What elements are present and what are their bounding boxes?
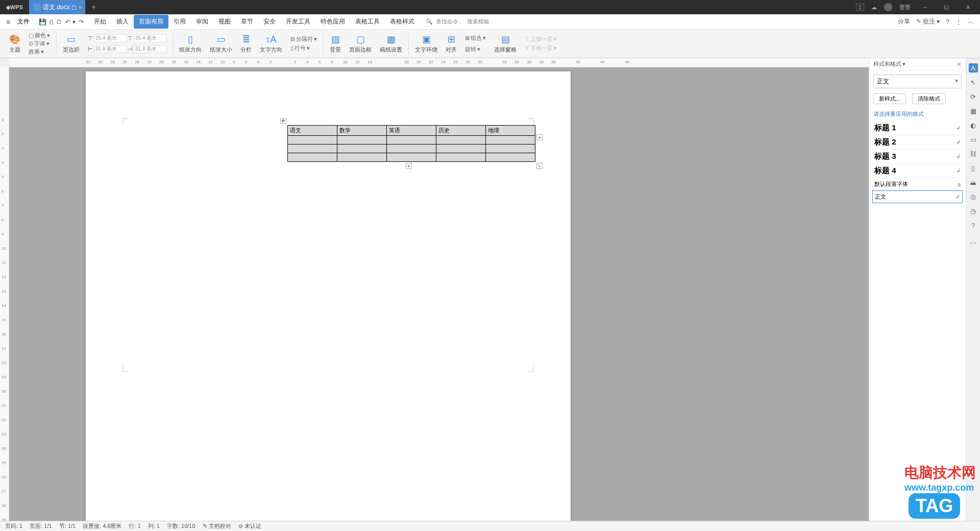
background-button[interactable]: ▨背景 [330, 34, 341, 54]
status-pages[interactable]: 页面: 1/1 [30, 522, 52, 530]
style-item[interactable]: 正文↲ [872, 190, 963, 203]
margin-left[interactable]: ⊢ ⊣ [88, 44, 166, 54]
columns-button[interactable]: ≣分栏 [240, 34, 252, 54]
more-side-icon[interactable]: ⋯ [969, 238, 978, 247]
table-cell[interactable]: 地理 [486, 126, 535, 136]
tab-opt-icon[interactable]: ◻ [71, 4, 77, 11]
horizontal-ruler[interactable]: 3230282624222018161412108642246810121418… [9, 58, 980, 67]
table-row[interactable] [288, 136, 535, 144]
table-cell[interactable] [486, 136, 535, 144]
table-cell[interactable]: 英语 [387, 126, 436, 136]
image-side-icon[interactable]: ⛰ [969, 178, 978, 187]
table-resize-handle[interactable]: ⤡ [536, 163, 543, 169]
layout-side-icon[interactable]: ▦ [969, 106, 978, 115]
ribbon-tab-5[interactable]: 视图 [213, 15, 236, 29]
clipboard-side-icon[interactable]: ▭ [969, 135, 978, 144]
annotate-button[interactable]: ✎ 批注 ▾ [916, 17, 940, 26]
table-cell[interactable]: 语文 [288, 126, 337, 136]
styles-side-icon[interactable]: A [969, 63, 978, 73]
table-cell[interactable] [337, 153, 387, 162]
theme-button[interactable]: 🎨主题 [9, 34, 20, 54]
table-cell[interactable] [288, 136, 337, 144]
margin-top-input[interactable] [94, 34, 127, 42]
badge[interactable]: 1 [856, 4, 864, 11]
panel-close-button[interactable]: ✕ [957, 61, 962, 68]
orientation-button[interactable]: ▯纸张方向 [179, 34, 202, 54]
style-item[interactable]: 标题 1↲ [872, 121, 963, 135]
vertical-ruler[interactable]: 1234567891011121314151617181920212223242… [0, 67, 9, 521]
doc-side-icon[interactable]: ▯ [969, 163, 978, 173]
effect-button[interactable]: 效果 ▾ [29, 47, 44, 56]
share-button[interactable]: 分享 [898, 17, 910, 26]
font-button[interactable]: ⊙ 字体 ▾ [29, 40, 50, 48]
style-item[interactable]: 默认段落字体a [872, 178, 963, 190]
new-tab-button[interactable]: + [85, 3, 102, 12]
clear-format-button[interactable]: 清除格式 [912, 93, 946, 104]
file-menu[interactable]: 文件 [13, 17, 34, 26]
grid-button[interactable]: ▦稿纸设置 [380, 34, 402, 54]
style-item[interactable]: 标题 4↲ [872, 164, 963, 178]
new-style-button[interactable]: 新样式... [873, 93, 906, 104]
undo-icon[interactable]: ↶ ▾ [65, 18, 75, 26]
ribbon-tab-6[interactable]: 章节 [236, 15, 258, 29]
refresh-side-icon[interactable]: ⟳ [969, 92, 978, 101]
table-cell[interactable] [387, 153, 436, 162]
table-cell[interactable] [288, 144, 337, 153]
tab-close-icon[interactable]: ● [79, 4, 82, 11]
table-cell[interactable] [436, 153, 486, 162]
table-cell[interactable] [337, 136, 387, 144]
ribbon-tab-11[interactable]: 表格样式 [385, 15, 420, 29]
close-button[interactable]: ✕ [961, 4, 975, 11]
ribbon-tab-7[interactable]: 安全 [258, 15, 281, 29]
ribbon-tab-10[interactable]: 表格工具 [350, 15, 385, 29]
separator-button[interactable]: ⊟ 分隔符 ▾ [290, 35, 317, 44]
direction-button[interactable]: ↕A文字方向 [260, 34, 282, 54]
help-side-icon[interactable]: ? [969, 221, 978, 230]
redo-icon[interactable]: ↷ [79, 18, 84, 26]
style-item[interactable]: 标题 3↲ [872, 150, 963, 164]
status-section[interactable]: 节: 1/1 [59, 522, 76, 530]
more-icon[interactable]: ⋮ [955, 18, 962, 26]
target-side-icon[interactable]: ◎ [969, 192, 978, 201]
ribbon-tab-9[interactable]: 特色应用 [315, 15, 350, 29]
table-cell[interactable] [337, 144, 387, 153]
table-add-row-handle[interactable]: + [406, 163, 412, 169]
status-words[interactable]: 字数: 10/10 [167, 522, 195, 530]
table-cell[interactable] [288, 153, 337, 162]
collapse-ribbon-icon[interactable]: ︿ [968, 17, 974, 26]
table-cell[interactable] [486, 153, 535, 162]
table-cell[interactable] [436, 144, 486, 153]
avatar[interactable] [884, 3, 892, 11]
table-cell[interactable] [387, 136, 436, 144]
user-name[interactable]: 曹曹 [899, 4, 911, 11]
lineno-button[interactable]: ▯ 行号 ▾ [290, 44, 310, 53]
status-proof[interactable]: ✎ 文档校对 [203, 522, 231, 530]
app-logo[interactable]: ◈ WPS [0, 0, 29, 14]
ribbon-tab-0[interactable]: 开始 [89, 15, 111, 29]
ribbon-tab-2[interactable]: 页面布局 [134, 15, 168, 29]
table-cell[interactable] [387, 144, 436, 153]
table-row[interactable]: 语文 数学 英语 历史 地理 [288, 126, 535, 136]
minimize-button[interactable]: ─ [918, 4, 932, 10]
table-cell[interactable] [486, 144, 535, 153]
table-add-column-handle[interactable]: + [536, 134, 543, 140]
document-tab[interactable]: 语文.docx ◻● [29, 0, 85, 14]
maximize-button[interactable]: ◱ [939, 4, 953, 11]
link-side-icon[interactable]: ⛓ [969, 149, 978, 158]
table-row[interactable] [288, 144, 535, 153]
cloud-icon[interactable]: ☁ [871, 4, 877, 11]
ribbon-tab-1[interactable]: 插入 [111, 15, 134, 29]
document-table[interactable]: 语文 数学 英语 历史 地理 [287, 125, 535, 162]
page-margin-button[interactable]: ▭页边距 [63, 34, 80, 54]
pane-button[interactable]: ▤选择窗格 [494, 34, 517, 54]
margin-bottom-input[interactable] [134, 34, 166, 42]
status-pageno[interactable]: 页码: 1 [5, 522, 22, 530]
ribbon-tab-8[interactable]: 开发工具 [281, 15, 315, 29]
table-move-handle[interactable]: ✥ [280, 118, 286, 124]
clock-side-icon[interactable]: ◷ [969, 206, 978, 215]
current-style-select[interactable]: 正文 ▾ [873, 75, 962, 88]
color-button[interactable]: ▢ 颜色 ▾ [29, 32, 50, 40]
status-col[interactable]: 列: 1 [148, 522, 160, 530]
status-line[interactable]: 行: 1 [129, 522, 140, 530]
combine-button[interactable]: ⊞ 组合 ▾ [465, 34, 486, 43]
